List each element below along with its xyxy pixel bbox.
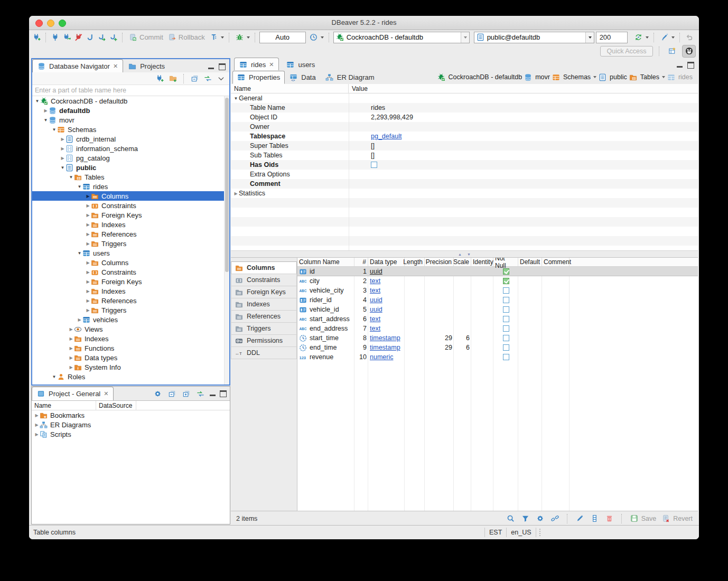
expander-icon[interactable]: ▼ bbox=[233, 96, 239, 101]
grid-header--[interactable]: # bbox=[354, 258, 368, 266]
sql-editor-icon[interactable] bbox=[85, 32, 95, 42]
grid-header-not-null[interactable]: Not Null bbox=[493, 258, 518, 266]
props-col-value[interactable]: Value bbox=[349, 84, 368, 93]
expander-icon[interactable]: ▶ bbox=[85, 279, 91, 284]
tree-item-roles[interactable]: ▼Roles bbox=[32, 372, 229, 381]
expander-icon[interactable]: ▶ bbox=[85, 232, 91, 237]
tree-item-pg-catalog[interactable]: ▶pg_catalog bbox=[32, 153, 229, 163]
expander-icon[interactable]: ▼ bbox=[51, 374, 57, 379]
quick-access-input[interactable]: Quick Access bbox=[600, 46, 653, 57]
breadcrumb-item-cockroachdb-defaultdb[interactable]: CockroachDB - defaultdb bbox=[437, 73, 522, 81]
expander-icon[interactable]: ▶ bbox=[60, 156, 66, 161]
grid-header-identity[interactable]: Identity bbox=[471, 258, 493, 266]
tree-item-movr[interactable]: ▼movr bbox=[32, 115, 229, 125]
column-row-city[interactable]: ABCcity2text bbox=[297, 276, 698, 286]
expander-icon[interactable]: ▶ bbox=[60, 146, 66, 151]
expander-icon[interactable]: ▶ bbox=[85, 222, 91, 227]
grid-header-data-type[interactable]: Data type bbox=[368, 258, 405, 266]
filter-icon[interactable] bbox=[520, 513, 530, 523]
tree-item-triggers[interactable]: ▶Triggers bbox=[32, 305, 229, 315]
expander-icon[interactable]: ▶ bbox=[68, 365, 74, 370]
undo-icon[interactable] bbox=[684, 32, 694, 42]
close-icon[interactable]: ✕ bbox=[269, 61, 274, 68]
grid-header-comment[interactable]: Comment bbox=[542, 258, 570, 266]
tree-item-tables[interactable]: ▼Tables bbox=[32, 172, 229, 182]
tree-item-references[interactable]: ▶References bbox=[32, 229, 229, 239]
breadcrumb-item-public[interactable]: public bbox=[599, 73, 627, 81]
column-type-link[interactable]: text bbox=[370, 325, 380, 332]
project-item-er-diagrams[interactable]: ▶ER Diagrams bbox=[32, 420, 230, 429]
transaction-log-button[interactable] bbox=[307, 32, 325, 42]
property-row-sub-tables[interactable]: Sub Tables[] bbox=[231, 151, 698, 160]
tree-item-references[interactable]: ▶References bbox=[32, 296, 229, 305]
navigator-scrollbar[interactable] bbox=[224, 96, 229, 385]
grid-header-precision[interactable]: Precision bbox=[425, 258, 454, 266]
project-col-name[interactable]: Name bbox=[32, 401, 96, 410]
editor-tab-users[interactable]: users bbox=[281, 58, 320, 71]
expander-icon[interactable]: ▼ bbox=[77, 251, 82, 256]
tree-item-views[interactable]: ▶Views bbox=[32, 324, 229, 334]
tree-item-vehicles[interactable]: ▶vehicles bbox=[32, 315, 229, 324]
expander-icon[interactable]: ▶ bbox=[68, 327, 74, 332]
tree-item-system-info[interactable]: ▶System Info bbox=[32, 362, 229, 372]
property-row-general[interactable]: ▼General bbox=[231, 93, 698, 103]
not-null-checkbox[interactable] bbox=[503, 354, 509, 360]
tab-project-general[interactable]: Project - General ✕ bbox=[32, 387, 114, 400]
expander-icon[interactable]: ▶ bbox=[77, 317, 82, 322]
breadcrumb-item-movr[interactable]: movr bbox=[524, 73, 550, 81]
tree-item-cockroachdb-defaultdb[interactable]: ▼CockroachDB - defaultdb bbox=[32, 96, 229, 106]
detail-tab-constraints[interactable]: Constraints bbox=[231, 274, 297, 286]
edit-icon[interactable] bbox=[575, 513, 585, 523]
column-type-link[interactable]: text bbox=[370, 277, 380, 285]
expander-icon[interactable]: ▶ bbox=[68, 336, 74, 341]
maximize-view-icon[interactable] bbox=[219, 63, 226, 70]
chevron-down-icon[interactable] bbox=[593, 76, 596, 78]
property-row-statistics[interactable]: ▶Statistics bbox=[231, 189, 698, 198]
add-column-icon[interactable] bbox=[590, 513, 600, 523]
column-row-rider_id[interactable]: rider_id4uuid bbox=[297, 295, 698, 305]
invalidate-connection-icon[interactable] bbox=[62, 32, 72, 42]
expander-icon[interactable]: ▼ bbox=[77, 184, 82, 189]
grid-header-length[interactable]: Length bbox=[405, 258, 425, 266]
expander-icon[interactable]: ▶ bbox=[43, 108, 49, 113]
debug-button[interactable] bbox=[234, 32, 251, 42]
grid-header-default[interactable]: Default bbox=[518, 258, 542, 266]
refresh-button[interactable] bbox=[632, 32, 650, 42]
open-sql-editor-icon[interactable] bbox=[97, 32, 107, 42]
detail-tab-permissions[interactable]: Permissions bbox=[231, 334, 297, 347]
column-type-link[interactable]: numeric bbox=[370, 353, 393, 361]
tree-item-users[interactable]: ▼users bbox=[32, 248, 229, 258]
breadcrumb-item-schemas[interactable]: Schemas bbox=[552, 73, 596, 81]
expander-icon[interactable]: ▶ bbox=[68, 346, 74, 351]
expander-icon[interactable]: ▶ bbox=[34, 423, 40, 427]
tree-item-constraints[interactable]: ▶Constraints bbox=[32, 267, 229, 277]
not-null-checkbox[interactable] bbox=[503, 287, 509, 294]
subtab-er-diagram[interactable]: ER Diagram bbox=[321, 71, 379, 84]
maximize-view-icon[interactable] bbox=[220, 390, 227, 397]
not-null-checkbox[interactable] bbox=[503, 335, 509, 341]
property-row-tablespace[interactable]: Tablespacepg_default bbox=[231, 132, 698, 141]
save-button[interactable]: Save bbox=[629, 513, 657, 523]
column-row-vehicle_city[interactable]: ABCvehicle_city3text bbox=[297, 286, 698, 295]
column-type-link[interactable]: uuid bbox=[370, 306, 382, 313]
tree-item-data-types[interactable]: ▶Data types bbox=[32, 353, 229, 362]
expand-all-icon[interactable] bbox=[181, 389, 191, 399]
expander-icon[interactable]: ▶ bbox=[60, 137, 66, 142]
expander-icon[interactable]: ▶ bbox=[85, 298, 91, 303]
tree-item-foreign-keys[interactable]: ▶Foreign Keys bbox=[32, 210, 229, 220]
minimize-editor-icon[interactable] bbox=[677, 63, 683, 68]
not-null-checkbox[interactable] bbox=[503, 316, 509, 322]
property-row-owner[interactable]: Owner bbox=[231, 122, 698, 132]
minimize-view-icon[interactable] bbox=[210, 392, 216, 396]
expander-icon[interactable]: ▶ bbox=[85, 260, 91, 265]
column-type-link[interactable]: text bbox=[370, 287, 380, 294]
fetch-size-input[interactable]: 200 bbox=[596, 32, 628, 43]
revert-button[interactable]: Revert bbox=[661, 513, 693, 523]
grid-header-column-name[interactable]: Column Name bbox=[297, 258, 354, 266]
breadcrumb-item-tables[interactable]: Tables bbox=[629, 73, 665, 81]
dbeaver-perspective-button[interactable] bbox=[682, 45, 696, 58]
commit-button[interactable]: Commit bbox=[127, 32, 164, 42]
property-row-object-id[interactable]: Object ID2,293,998,429 bbox=[231, 113, 698, 122]
not-null-checkbox[interactable] bbox=[503, 278, 509, 284]
view-menu-icon[interactable] bbox=[216, 73, 226, 83]
